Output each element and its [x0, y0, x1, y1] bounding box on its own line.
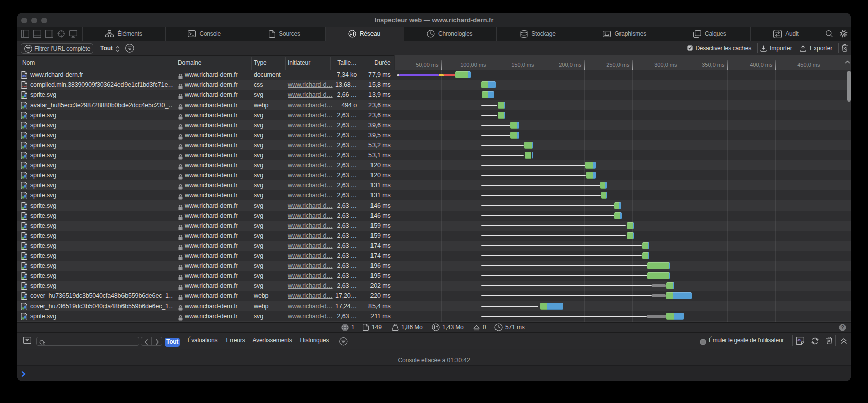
- svg-text:css: css: [22, 84, 26, 87]
- svg-text:JS: JS: [797, 338, 802, 342]
- svg-text:<>: <>: [22, 74, 26, 78]
- svg-text:?: ?: [841, 325, 844, 330]
